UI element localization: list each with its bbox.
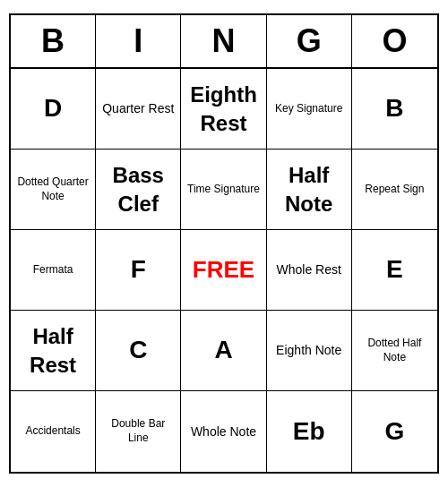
bingo-cell: G [352, 391, 437, 472]
cell-label: D [44, 92, 62, 124]
bingo-cell: Accidentals [11, 391, 96, 472]
header-letter: I [96, 15, 181, 67]
bingo-cell: Eighth Note [267, 311, 352, 391]
bingo-cell: C [96, 311, 181, 391]
cell-label: Eighth Rest [186, 81, 260, 136]
cell-label: Half Note [272, 161, 346, 217]
bingo-card: BINGO DQuarter RestEighth RestKey Signat… [9, 13, 439, 474]
bingo-cell: Time Signature [181, 150, 266, 230]
bingo-cell: Double Bar Line [96, 391, 181, 472]
cell-label: Whole Note [191, 423, 256, 440]
bingo-cell: Half Note [267, 150, 352, 230]
cell-label: Half Rest [16, 322, 90, 378]
cell-label: Dotted Quarter Note [16, 175, 90, 203]
header-letter: G [267, 15, 352, 67]
cell-label: Double Bar Line [101, 417, 175, 445]
bingo-cell: E [352, 230, 437, 311]
bingo-cell: D [11, 69, 96, 150]
bingo-cell: Quarter Rest [96, 69, 181, 150]
bingo-cell: Key Signature [267, 69, 352, 150]
bingo-cell: F [96, 230, 181, 311]
bingo-cell: Eb [267, 391, 352, 472]
bingo-cell: Fermata [11, 230, 96, 311]
header-letter: N [181, 15, 266, 67]
bingo-cell: Repeat Sign [352, 150, 437, 230]
header-letter: B [11, 15, 96, 67]
cell-label: Key Signature [275, 102, 342, 116]
cell-label: Accidentals [25, 424, 80, 439]
cell-label: Whole Rest [277, 261, 341, 278]
bingo-cell: FREE [181, 230, 266, 311]
cell-label: Quarter Rest [102, 100, 174, 116]
header-letter: O [352, 15, 437, 67]
bingo-cell: Dotted Half Note [352, 311, 437, 391]
cell-label: FREE [193, 255, 254, 286]
cell-label: C [129, 334, 147, 366]
bingo-cell: Whole Rest [267, 230, 352, 311]
bingo-header: BINGO [11, 15, 437, 69]
cell-label: B [385, 92, 403, 124]
bingo-cell: B [352, 69, 437, 150]
cell-label: Fermata [33, 263, 73, 278]
cell-label: Repeat Sign [365, 183, 424, 197]
cell-label: F [131, 253, 146, 286]
cell-label: Time Signature [187, 183, 260, 197]
bingo-cell: Half Rest [11, 311, 96, 391]
bingo-cell: Eighth Rest [181, 69, 266, 150]
cell-label: G [385, 415, 405, 448]
cell-label: Eb [293, 415, 325, 448]
bingo-cell: Whole Note [181, 391, 266, 472]
bingo-cell: A [181, 311, 266, 391]
cell-label: E [386, 253, 403, 286]
cell-label: Dotted Half Note [358, 337, 432, 364]
cell-label: Bass Clef [101, 161, 175, 217]
cell-label: A [214, 334, 232, 366]
bingo-cell: Bass Clef [96, 150, 181, 230]
bingo-cell: Dotted Quarter Note [11, 150, 96, 230]
bingo-grid: DQuarter RestEighth RestKey SignatureBDo… [11, 69, 437, 472]
cell-label: Eighth Note [276, 342, 341, 358]
